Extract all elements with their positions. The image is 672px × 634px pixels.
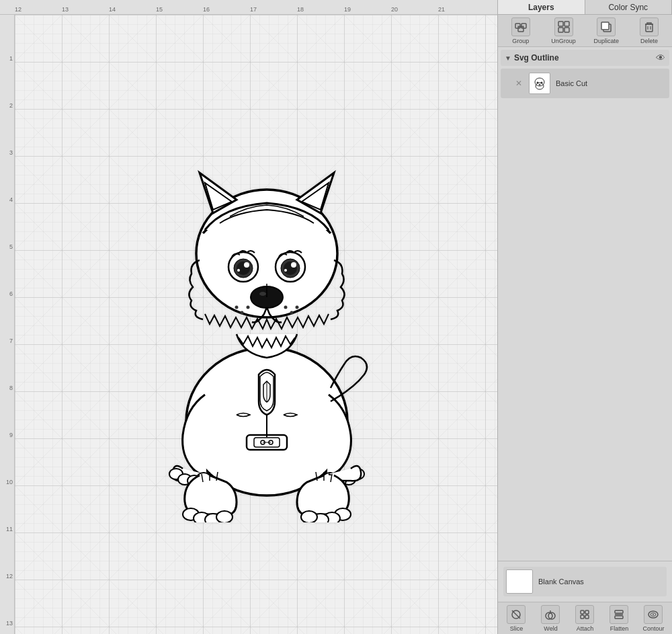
weld-label: Weld (544, 625, 557, 632)
layer-item-name: Basic Cut (556, 79, 587, 87)
ruler-mark-left: 1 (9, 55, 13, 62)
svg-point-17 (290, 311, 294, 315)
ruler-mark-left: 4 (9, 196, 13, 203)
ruler-mark-left: 2 (9, 102, 13, 109)
svg-rect-53 (601, 22, 609, 30)
delete-button[interactable]: Delete (633, 16, 665, 46)
svg-point-41 (301, 511, 317, 522)
ruler-mark-left: 10 (6, 479, 13, 485)
bottom-toolbar: Slice Weld (498, 602, 672, 634)
ruler-mark: 20 (391, 6, 398, 13)
ruler-mark: 18 (297, 6, 304, 13)
svg-rect-66 (581, 610, 584, 614)
weld-button[interactable]: Weld (537, 604, 564, 633)
svg-rect-49 (564, 22, 569, 26)
flatten-icon (610, 605, 628, 624)
layer-group-header[interactable]: ▼ Svg Outline 👁 (501, 50, 669, 66)
blank-canvas-item[interactable]: Blank Canvas (503, 567, 667, 596)
ruler-mark-left: 5 (9, 243, 13, 250)
flatten-button[interactable]: Flatten (605, 604, 632, 633)
blank-canvas-section: Blank Canvas (498, 561, 672, 602)
attach-button[interactable]: Attach (571, 604, 598, 633)
svg-point-18 (296, 306, 299, 309)
delete-icon (640, 17, 659, 36)
attach-icon (575, 605, 594, 624)
svg-rect-69 (585, 615, 589, 619)
ruler-mark-left: 11 (6, 526, 13, 532)
visibility-icon[interactable]: 👁 (656, 52, 665, 63)
svg-rect-48 (558, 22, 563, 26)
contour-button[interactable]: Contour (640, 604, 667, 633)
design-canvas[interactable] (15, 15, 497, 634)
layer-section: ▼ Svg Outline 👁 ✕ Basic Cut (498, 47, 672, 561)
svg-point-15 (247, 306, 250, 309)
svg-rect-67 (585, 610, 589, 614)
svg-rect-50 (558, 28, 563, 32)
svg-rect-75 (615, 616, 623, 619)
svg-rect-54 (646, 24, 653, 32)
layer-thumb-svg (530, 74, 549, 93)
ruler-marks-top: 12 13 14 15 16 17 18 19 20 21 (0, 0, 497, 14)
svg-rect-51 (564, 28, 569, 32)
ruler-mark: 16 (203, 6, 210, 13)
duplicate-button[interactable]: Duplicate (590, 16, 622, 46)
ruler-mark-left: 12 (6, 573, 13, 580)
ruler-mark: 15 (156, 6, 163, 13)
svg-point-13 (235, 306, 239, 309)
contour-icon (644, 605, 663, 624)
layer-group-name: Svg Outline (514, 53, 653, 63)
svg-point-37 (216, 511, 233, 522)
svg-point-5 (237, 269, 240, 272)
slice-button[interactable]: Slice (503, 604, 530, 633)
flatten-label: Flatten (610, 625, 629, 632)
group-label: Group (512, 38, 529, 44)
ruler-mark: 17 (250, 6, 257, 13)
collapse-triangle-icon: ▼ (505, 54, 511, 62)
svg-rect-68 (581, 615, 584, 619)
ruler-mark-left: 3 (9, 149, 13, 156)
svg-point-4 (244, 262, 249, 268)
ruler-mark: 12 (15, 6, 22, 13)
group-button[interactable]: Group (505, 16, 537, 46)
ruler-mark: 19 (344, 6, 351, 13)
ruler-mark: 14 (109, 6, 116, 13)
delete-label: Delete (640, 38, 658, 44)
svg-point-79 (653, 614, 654, 615)
tab-colorsync[interactable]: Color Sync (585, 0, 673, 14)
contour-label: Contour (642, 625, 664, 632)
list-item[interactable]: ✕ Basic Cut (501, 69, 669, 98)
layer-thumbnail (529, 73, 550, 94)
svg-rect-46 (518, 27, 523, 32)
character-svg (132, 106, 401, 522)
ruler-top: 12 13 14 15 16 17 18 19 20 21 (0, 0, 497, 15)
tabs-container: Layers Color Sync (498, 0, 672, 15)
layers-toolbar: Group UnGroup Duplicate (498, 15, 672, 47)
svg-rect-74 (615, 610, 623, 613)
svg-point-10 (284, 269, 287, 272)
slice-icon (507, 605, 526, 624)
ruler-mark: 13 (62, 6, 69, 13)
ruler-mark-left: 9 (9, 432, 13, 438)
canvas-area: 12 13 14 15 16 17 18 19 20 21 1 2 3 4 5 … (0, 0, 497, 634)
svg-point-60 (541, 82, 543, 84)
ungroup-icon (554, 17, 573, 36)
ruler-mark-left: 13 (6, 620, 13, 627)
attach-label: Attach (577, 625, 594, 632)
group-icon (511, 17, 530, 36)
x-mark-icon: ✕ (514, 79, 523, 88)
svg-point-9 (291, 262, 296, 268)
duplicate-icon (597, 17, 616, 36)
svg-point-59 (537, 82, 539, 84)
right-panel: Layers Color Sync Group (497, 0, 672, 634)
ruler-mark-left: 8 (9, 385, 13, 391)
blank-canvas-thumbnail (506, 569, 533, 594)
ungroup-button[interactable]: UnGroup (548, 16, 580, 46)
ungroup-label: UnGroup (551, 38, 576, 44)
ruler-left: 1 2 3 4 5 6 7 8 9 10 11 12 13 (0, 15, 15, 634)
svg-point-61 (539, 84, 541, 85)
ruler-mark-left: 6 (9, 290, 13, 297)
tab-layers[interactable]: Layers (498, 0, 585, 14)
svg-point-14 (241, 311, 244, 315)
blank-canvas-label: Blank Canvas (538, 578, 584, 586)
duplicate-label: Duplicate (594, 38, 620, 44)
